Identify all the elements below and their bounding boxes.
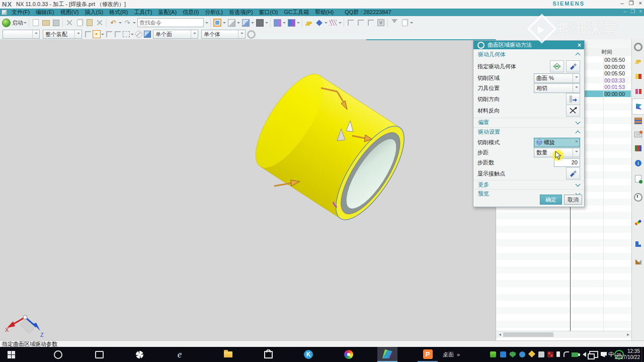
menu-assemblies[interactable]: 装配(A) — [155, 9, 180, 16]
start-dropdown-arrow[interactable] — [24, 22, 27, 25]
manufacturing-wizard-tab[interactable] — [633, 239, 643, 249]
redo-icon[interactable]: ↷ — [122, 18, 132, 28]
restore-icon[interactable]: ❐ — [629, 0, 634, 7]
selection-gear-icon[interactable] — [247, 30, 256, 38]
face-rule-dropdown[interactable]: 单个面 — [153, 30, 198, 39]
open-file-icon[interactable] — [41, 18, 51, 28]
operation-navigator-tab-selected[interactable] — [632, 99, 644, 115]
stepover-dropdown[interactable]: 数量 — [534, 148, 580, 157]
volume-button[interactable] — [578, 347, 589, 362]
scrollbar-thumb[interactable] — [503, 332, 553, 337]
material-reverse-button[interactable] — [566, 105, 580, 117]
integrated-simulation-tab[interactable] — [633, 130, 643, 139]
menu-edit[interactable]: 编辑(E) — [33, 9, 57, 16]
cut-pattern-dropdown[interactable]: 螺旋 — [534, 138, 580, 147]
search-dropdown-arrow[interactable] — [205, 22, 208, 25]
browser-360-button[interactable] — [129, 347, 149, 362]
menu-view[interactable]: 视图(V) — [57, 9, 82, 16]
window-pane-icon[interactable] — [255, 18, 265, 28]
tray-chat-icon[interactable] — [538, 351, 544, 357]
constraint-navigator-tab[interactable] — [633, 71, 643, 81]
reuse-library-tab[interactable] — [633, 143, 643, 153]
toolbox-tab[interactable] — [633, 256, 643, 266]
resource-bar-options-icon[interactable] — [633, 42, 643, 52]
tray-usb-icon[interactable] — [556, 351, 560, 357]
doc-minimize-icon[interactable]: – — [624, 9, 627, 14]
tray-app-icon-diamond[interactable] — [528, 350, 535, 357]
machine-tool-navigator-tab[interactable] — [633, 116, 643, 126]
flag-tool-icon-4[interactable]: V — [376, 18, 386, 28]
orient-view-dropdown-arrow[interactable] — [237, 22, 240, 25]
cut-direction-button[interactable] — [566, 93, 580, 105]
cut-icon[interactable] — [64, 18, 74, 28]
dialog-close-icon[interactable]: × — [578, 42, 581, 49]
select-drive-geometry-button[interactable] — [550, 60, 564, 72]
move-handle-icon[interactable] — [105, 30, 113, 38]
step-count-input[interactable] — [554, 158, 580, 167]
layers-icon[interactable] — [399, 18, 410, 28]
menu-preferences[interactable]: 首选项(P) — [226, 9, 256, 16]
command-finder[interactable] — [137, 18, 204, 27]
color-wheel-app-button[interactable] — [339, 347, 359, 362]
body-rule-dropdown[interactable]: 单个体 — [201, 30, 246, 39]
selection-scope-dropdown[interactable]: 整个装配 — [43, 30, 82, 39]
windows-store-button[interactable] — [258, 347, 278, 362]
menu-gc-toolbox[interactable]: GC工具箱 — [281, 9, 312, 16]
dialog-titlebar[interactable]: 曲面区域驱动方法 × — [473, 41, 584, 49]
internet-explorer-button[interactable]: e — [170, 347, 190, 362]
roles-key-icon[interactable] — [304, 18, 314, 28]
process-studio-tab[interactable] — [633, 218, 643, 227]
show-hide-dropdown-arrow[interactable] — [283, 22, 286, 25]
minimize-icon[interactable]: – — [621, 0, 624, 7]
undo-dropdown-arrow[interactable] — [119, 22, 122, 25]
ok-button[interactable]: 确定 — [540, 195, 562, 205]
roles-tab[interactable] — [633, 56, 643, 66]
measure-dropdown-arrow[interactable] — [325, 22, 328, 25]
scroll-right-icon[interactable]: ▸ — [626, 332, 630, 337]
search-input[interactable] — [138, 20, 212, 26]
filter-funnel-icon[interactable] — [389, 18, 399, 28]
solid-body-icon[interactable] — [143, 30, 151, 38]
new-file-icon[interactable] — [31, 18, 41, 28]
layers-dropdown-arrow[interactable] — [410, 22, 413, 25]
cancel-button[interactable]: 取消 — [564, 195, 582, 205]
section-drive-geometry[interactable]: 驱动几何体 — [473, 50, 584, 59]
desktop-toolbar[interactable]: 桌面» — [443, 347, 460, 362]
web-browser-tab[interactable]: i — [633, 158, 643, 168]
menu-analysis[interactable]: 分析(L) — [202, 9, 225, 16]
section-drive-settings[interactable]: 驱动设置 — [473, 127, 584, 136]
graphics-viewport[interactable]: X Z — [0, 39, 496, 340]
scroll-left-icon[interactable]: ◂ — [498, 332, 502, 337]
tray-app-icon-red[interactable] — [547, 351, 553, 357]
tray-antivirus-shield-icon[interactable] — [510, 351, 516, 357]
flag-tool-icon-2[interactable] — [356, 18, 366, 28]
menu-file[interactable]: 文件(F) — [9, 9, 33, 16]
start-menu-button[interactable] — [1, 347, 21, 362]
show-desktop-button[interactable] — [641, 347, 644, 362]
cut-area-dropdown[interactable]: 曲面 % — [534, 73, 580, 83]
flag-tool-icon-1[interactable] — [346, 18, 356, 28]
time-column-header[interactable]: 时间 — [592, 49, 622, 56]
menu-information[interactable]: 信息(I) — [180, 9, 202, 16]
paste-icon[interactable] — [85, 18, 95, 28]
model-canvas[interactable]: X Z — [0, 39, 496, 340]
highlight-wand-icon[interactable] — [84, 30, 92, 38]
rectangle-select-dropdown-arrow[interactable] — [131, 34, 134, 37]
render-style-dropdown-arrow[interactable] — [251, 22, 254, 25]
section-more[interactable]: 更多 — [473, 180, 584, 189]
render-style-icon[interactable] — [240, 18, 251, 28]
cortana-search-button[interactable] — [48, 347, 68, 362]
menu-tools[interactable]: 工具(T) — [131, 9, 155, 16]
menu-insert[interactable]: 插入(S) — [82, 9, 106, 16]
delete-icon[interactable] — [95, 18, 105, 28]
tool-position-dropdown[interactable]: 相切 — [534, 83, 580, 93]
analysis-hatch-icon[interactable] — [328, 18, 338, 28]
snap-point-dropdown-arrow[interactable] — [101, 34, 104, 37]
file-explorer-button[interactable] — [218, 347, 238, 362]
tray-battery-icon[interactable] — [490, 351, 496, 357]
nx-taskbar-button-active[interactable] — [377, 347, 397, 362]
history-tab[interactable] — [633, 193, 643, 202]
analysis-dropdown-arrow[interactable] — [339, 22, 342, 25]
section-offset[interactable]: 偏置 — [473, 118, 584, 127]
measure-icon[interactable] — [314, 18, 324, 28]
